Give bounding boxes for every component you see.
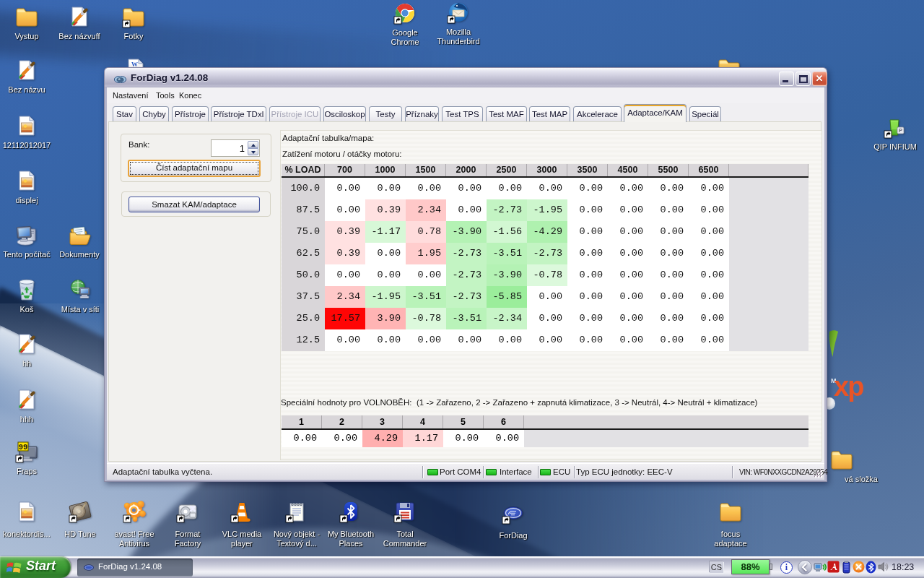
- svg-text:P: P: [899, 127, 902, 134]
- svg-text:99: 99: [19, 443, 28, 452]
